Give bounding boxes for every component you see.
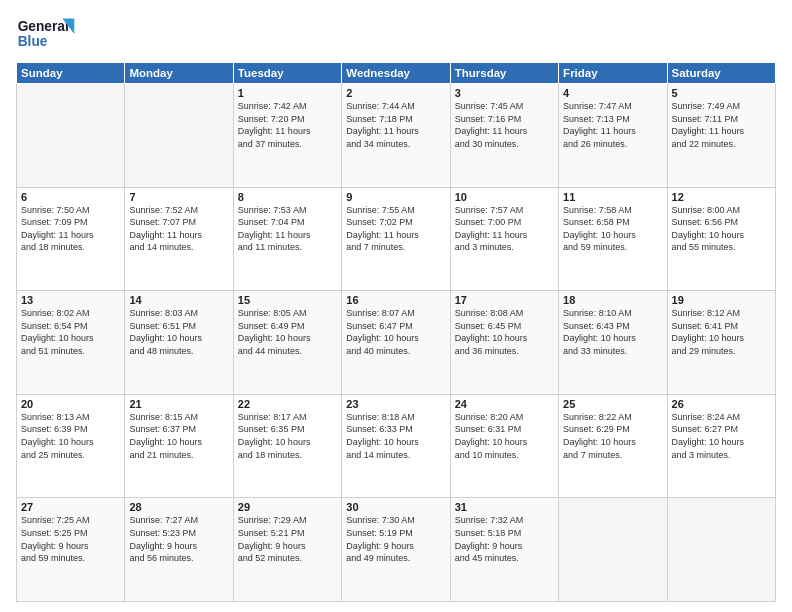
- day-number: 27: [21, 501, 120, 513]
- day-info: Sunrise: 7:30 AM Sunset: 5:19 PM Dayligh…: [346, 514, 445, 564]
- day-number: 17: [455, 294, 554, 306]
- header-row: SundayMondayTuesdayWednesdayThursdayFrid…: [17, 63, 776, 84]
- day-number: 1: [238, 87, 337, 99]
- day-info: Sunrise: 8:15 AM Sunset: 6:37 PM Dayligh…: [129, 411, 228, 461]
- day-info: Sunrise: 7:47 AM Sunset: 7:13 PM Dayligh…: [563, 100, 662, 150]
- calendar-cell: 7Sunrise: 7:52 AM Sunset: 7:07 PM Daylig…: [125, 187, 233, 291]
- day-number: 10: [455, 191, 554, 203]
- day-number: 18: [563, 294, 662, 306]
- svg-text:General: General: [18, 19, 69, 34]
- day-number: 20: [21, 398, 120, 410]
- calendar-cell: 2Sunrise: 7:44 AM Sunset: 7:18 PM Daylig…: [342, 84, 450, 188]
- day-info: Sunrise: 8:17 AM Sunset: 6:35 PM Dayligh…: [238, 411, 337, 461]
- day-number: 16: [346, 294, 445, 306]
- day-number: 24: [455, 398, 554, 410]
- day-number: 9: [346, 191, 445, 203]
- day-info: Sunrise: 8:18 AM Sunset: 6:33 PM Dayligh…: [346, 411, 445, 461]
- calendar-cell: [667, 498, 775, 602]
- day-number: 4: [563, 87, 662, 99]
- day-number: 28: [129, 501, 228, 513]
- day-number: 30: [346, 501, 445, 513]
- day-info: Sunrise: 7:32 AM Sunset: 5:18 PM Dayligh…: [455, 514, 554, 564]
- day-number: 11: [563, 191, 662, 203]
- logo: General Blue: [16, 12, 76, 56]
- day-number: 22: [238, 398, 337, 410]
- day-info: Sunrise: 7:27 AM Sunset: 5:23 PM Dayligh…: [129, 514, 228, 564]
- header: General Blue: [16, 12, 776, 56]
- day-info: Sunrise: 7:25 AM Sunset: 5:25 PM Dayligh…: [21, 514, 120, 564]
- day-info: Sunrise: 8:08 AM Sunset: 6:45 PM Dayligh…: [455, 307, 554, 357]
- day-info: Sunrise: 8:10 AM Sunset: 6:43 PM Dayligh…: [563, 307, 662, 357]
- day-number: 12: [672, 191, 771, 203]
- calendar-cell: 18Sunrise: 8:10 AM Sunset: 6:43 PM Dayli…: [559, 291, 667, 395]
- day-info: Sunrise: 8:12 AM Sunset: 6:41 PM Dayligh…: [672, 307, 771, 357]
- day-info: Sunrise: 8:20 AM Sunset: 6:31 PM Dayligh…: [455, 411, 554, 461]
- weekday-header: Thursday: [450, 63, 558, 84]
- calendar-cell: 28Sunrise: 7:27 AM Sunset: 5:23 PM Dayli…: [125, 498, 233, 602]
- calendar-cell: 12Sunrise: 8:00 AM Sunset: 6:56 PM Dayli…: [667, 187, 775, 291]
- day-number: 31: [455, 501, 554, 513]
- day-info: Sunrise: 7:42 AM Sunset: 7:20 PM Dayligh…: [238, 100, 337, 150]
- calendar-week: 1Sunrise: 7:42 AM Sunset: 7:20 PM Daylig…: [17, 84, 776, 188]
- calendar-header: SundayMondayTuesdayWednesdayThursdayFrid…: [17, 63, 776, 84]
- weekday-header: Sunday: [17, 63, 125, 84]
- day-info: Sunrise: 8:05 AM Sunset: 6:49 PM Dayligh…: [238, 307, 337, 357]
- day-number: 14: [129, 294, 228, 306]
- calendar-week: 6Sunrise: 7:50 AM Sunset: 7:09 PM Daylig…: [17, 187, 776, 291]
- day-number: 29: [238, 501, 337, 513]
- day-info: Sunrise: 7:53 AM Sunset: 7:04 PM Dayligh…: [238, 204, 337, 254]
- day-info: Sunrise: 7:44 AM Sunset: 7:18 PM Dayligh…: [346, 100, 445, 150]
- calendar-cell: 29Sunrise: 7:29 AM Sunset: 5:21 PM Dayli…: [233, 498, 341, 602]
- calendar-cell: 3Sunrise: 7:45 AM Sunset: 7:16 PM Daylig…: [450, 84, 558, 188]
- calendar-week: 27Sunrise: 7:25 AM Sunset: 5:25 PM Dayli…: [17, 498, 776, 602]
- calendar-cell: [559, 498, 667, 602]
- day-number: 23: [346, 398, 445, 410]
- day-info: Sunrise: 7:29 AM Sunset: 5:21 PM Dayligh…: [238, 514, 337, 564]
- day-info: Sunrise: 8:13 AM Sunset: 6:39 PM Dayligh…: [21, 411, 120, 461]
- day-number: 25: [563, 398, 662, 410]
- day-number: 5: [672, 87, 771, 99]
- calendar-week: 13Sunrise: 8:02 AM Sunset: 6:54 PM Dayli…: [17, 291, 776, 395]
- weekday-header: Friday: [559, 63, 667, 84]
- calendar-cell: [125, 84, 233, 188]
- weekday-header: Monday: [125, 63, 233, 84]
- calendar-cell: 30Sunrise: 7:30 AM Sunset: 5:19 PM Dayli…: [342, 498, 450, 602]
- weekday-header: Wednesday: [342, 63, 450, 84]
- calendar-cell: 9Sunrise: 7:55 AM Sunset: 7:02 PM Daylig…: [342, 187, 450, 291]
- calendar-cell: 11Sunrise: 7:58 AM Sunset: 6:58 PM Dayli…: [559, 187, 667, 291]
- day-info: Sunrise: 7:57 AM Sunset: 7:00 PM Dayligh…: [455, 204, 554, 254]
- calendar-cell: 17Sunrise: 8:08 AM Sunset: 6:45 PM Dayli…: [450, 291, 558, 395]
- calendar-table: SundayMondayTuesdayWednesdayThursdayFrid…: [16, 62, 776, 602]
- day-info: Sunrise: 7:55 AM Sunset: 7:02 PM Dayligh…: [346, 204, 445, 254]
- calendar-cell: 14Sunrise: 8:03 AM Sunset: 6:51 PM Dayli…: [125, 291, 233, 395]
- day-info: Sunrise: 7:58 AM Sunset: 6:58 PM Dayligh…: [563, 204, 662, 254]
- svg-text:Blue: Blue: [18, 34, 48, 49]
- logo-svg: General Blue: [16, 12, 76, 56]
- day-info: Sunrise: 8:00 AM Sunset: 6:56 PM Dayligh…: [672, 204, 771, 254]
- day-info: Sunrise: 7:49 AM Sunset: 7:11 PM Dayligh…: [672, 100, 771, 150]
- calendar-cell: 21Sunrise: 8:15 AM Sunset: 6:37 PM Dayli…: [125, 394, 233, 498]
- calendar-cell: 26Sunrise: 8:24 AM Sunset: 6:27 PM Dayli…: [667, 394, 775, 498]
- day-number: 21: [129, 398, 228, 410]
- calendar-cell: 6Sunrise: 7:50 AM Sunset: 7:09 PM Daylig…: [17, 187, 125, 291]
- weekday-header: Saturday: [667, 63, 775, 84]
- day-info: Sunrise: 7:50 AM Sunset: 7:09 PM Dayligh…: [21, 204, 120, 254]
- day-number: 7: [129, 191, 228, 203]
- calendar-cell: 20Sunrise: 8:13 AM Sunset: 6:39 PM Dayli…: [17, 394, 125, 498]
- calendar-cell: 13Sunrise: 8:02 AM Sunset: 6:54 PM Dayli…: [17, 291, 125, 395]
- day-info: Sunrise: 8:07 AM Sunset: 6:47 PM Dayligh…: [346, 307, 445, 357]
- day-number: 2: [346, 87, 445, 99]
- calendar-cell: 23Sunrise: 8:18 AM Sunset: 6:33 PM Dayli…: [342, 394, 450, 498]
- day-number: 26: [672, 398, 771, 410]
- page: General Blue SundayMondayTuesdayWednesda…: [0, 0, 792, 612]
- calendar-cell: 1Sunrise: 7:42 AM Sunset: 7:20 PM Daylig…: [233, 84, 341, 188]
- calendar-cell: 22Sunrise: 8:17 AM Sunset: 6:35 PM Dayli…: [233, 394, 341, 498]
- calendar-cell: 10Sunrise: 7:57 AM Sunset: 7:00 PM Dayli…: [450, 187, 558, 291]
- day-info: Sunrise: 8:03 AM Sunset: 6:51 PM Dayligh…: [129, 307, 228, 357]
- calendar-cell: 25Sunrise: 8:22 AM Sunset: 6:29 PM Dayli…: [559, 394, 667, 498]
- calendar-cell: [17, 84, 125, 188]
- calendar-cell: 15Sunrise: 8:05 AM Sunset: 6:49 PM Dayli…: [233, 291, 341, 395]
- day-info: Sunrise: 8:02 AM Sunset: 6:54 PM Dayligh…: [21, 307, 120, 357]
- calendar-cell: 24Sunrise: 8:20 AM Sunset: 6:31 PM Dayli…: [450, 394, 558, 498]
- calendar-cell: 4Sunrise: 7:47 AM Sunset: 7:13 PM Daylig…: [559, 84, 667, 188]
